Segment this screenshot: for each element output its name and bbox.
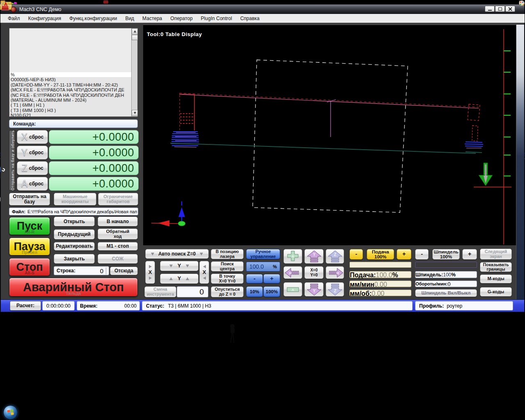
gcode-line: (DATE=DD-MM-YY - 27-11-13 TIME=HH:MM - 2… (9, 82, 137, 87)
down-arrow-icon (186, 265, 189, 267)
jog-100-percent-button[interactable]: 100% (263, 286, 280, 297)
a-plus-button[interactable]: A (283, 249, 302, 264)
a-zero-button[interactable]: Aсброс (17, 177, 48, 191)
svg-text:X: X (289, 271, 291, 275)
tool-number-display[interactable]: 0 (177, 286, 208, 297)
soft-limits-button[interactable]: Ограничение габаритов (98, 193, 138, 205)
m-codes-button[interactable]: М-коды (480, 274, 512, 283)
goto-base-button[interactable]: Отправить на базу (9, 193, 50, 205)
jog-y-down-button[interactable]: Y (160, 261, 199, 271)
a-minus-button[interactable]: A (283, 282, 302, 297)
y-plus-button[interactable]: Y (304, 249, 324, 264)
command-input[interactable]: Команда: (9, 119, 138, 128)
gcode-listing[interactable]: % O0000(Б-ЧЕР-Б НИЗ) (DATE=DD-MM-YY - 27… (9, 28, 138, 117)
x-dro-display[interactable]: +0.0000 (49, 130, 139, 144)
menu-item-func-config[interactable]: Функц.конфигурации (65, 16, 121, 21)
close-file-button[interactable]: Закрыть (54, 254, 95, 264)
lower-to-z-zero-button[interactable]: Опуститься до Z = 0 (211, 286, 244, 297)
gcode-line: N100 G21 (9, 113, 137, 117)
windows-flag-icon (7, 409, 14, 415)
feed-minus-button[interactable]: - (349, 249, 363, 260)
menu-item-operator[interactable]: Оператор (166, 16, 196, 21)
jog-percent-display[interactable]: 100.0 % (246, 262, 280, 272)
prev-line-button[interactable]: Предыдущий (54, 229, 95, 240)
ref-all-home-sidebar[interactable]: Отправить на базу и обнулить (9, 130, 16, 191)
x-plus-button[interactable]: X (326, 266, 344, 279)
jog-x-step-right-column[interactable]: X (199, 261, 209, 284)
gcode-line: (MCX FILE - E:\!!!!РАБОТА НА ЧПУ\ДОСКИ\П… (9, 87, 137, 92)
y-zero-button[interactable]: Yсброс (17, 146, 48, 160)
m1-stop-button[interactable]: М1 - стоп (98, 242, 138, 251)
start-button-orb[interactable] (3, 405, 18, 420)
menu-item-help[interactable]: Справка (236, 16, 264, 21)
scroll-up-icon[interactable] (132, 28, 138, 34)
elapsed-time-display: Время:00:00 (77, 301, 140, 310)
spindle-minus-button[interactable]: - (415, 249, 429, 260)
menu-item-plugin-control[interactable]: PlugIn Control (197, 16, 236, 21)
spindle-plus-button[interactable]: + (462, 249, 477, 260)
z-plus-button[interactable]: Z (326, 249, 344, 264)
maximize-button[interactable] (495, 6, 505, 12)
coolant-button[interactable]: СОЖ (98, 254, 138, 264)
feed-plus-button[interactable]: + (397, 249, 411, 260)
goto-xy-zero-button[interactable]: В точку X=0 Y=0 (211, 274, 244, 284)
scroll-down-icon[interactable] (132, 110, 138, 116)
feed-reset-button[interactable]: Подача 100% (367, 249, 394, 260)
status-field: Статус:Т3 | 6ММ 1000 | Н3 (142, 301, 413, 310)
pause-button[interactable]: Пауза Пробел (9, 237, 50, 256)
g-codes-button[interactable]: G-коды (480, 287, 512, 297)
jog-y-up-button[interactable]: Y (160, 274, 199, 284)
x-minus-button[interactable]: X (283, 266, 302, 279)
feed-mm-rev-field: мм/об:0.00 (349, 290, 411, 296)
calc-button[interactable]: Расчет: (10, 301, 41, 310)
left-arrow-icon (203, 265, 206, 268)
center-find-button[interactable]: Поиск центра (211, 261, 244, 272)
close-button[interactable] (505, 6, 515, 12)
xy-zero-button[interactable]: X=0 Y=0 (304, 266, 324, 279)
run-from-here-button[interactable]: Отсюда (110, 267, 138, 275)
axis-letter: Y (21, 148, 27, 158)
toolpath-display[interactable]: Tool:0 Table Display (143, 25, 516, 245)
menu-bar: Файл Конфигурация Функц.конфигурации Вид… (0, 14, 525, 23)
gcode-line: ( T1 | 6MM | H1 ) (9, 103, 137, 107)
svg-text:Z: Z (333, 289, 336, 293)
show-bounds-button[interactable]: Показывать границы (480, 262, 512, 272)
spindle-toggle-button[interactable]: Шпиндель Вкл/Выкл (415, 289, 477, 297)
line-number-field[interactable]: Строка: 0 (54, 266, 109, 275)
z-zero-button[interactable]: Zсброс (17, 161, 48, 175)
window-titlebar[interactable]: Mach3 CNC Демо (0, 4, 525, 14)
axis-letter: A (21, 179, 27, 189)
stop-button[interactable]: Стоп Alt-S (9, 258, 50, 276)
edit-gcode-button[interactable]: Редактировать (54, 242, 95, 251)
start-button[interactable]: Пуск Alt-R (9, 217, 50, 235)
estop-button[interactable]: Аварийный Стоп Тильда (9, 278, 138, 297)
y-minus-button[interactable]: Y (304, 282, 324, 297)
rewind-button[interactable]: В начало (98, 217, 138, 226)
follow-screen-button[interactable]: Следящий экран (480, 249, 512, 260)
machine-coords-button[interactable]: Машинные координаты (54, 193, 96, 205)
reverse-run-button[interactable]: Обратный ход (98, 228, 138, 240)
jog-plus-button[interactable]: + (263, 274, 280, 283)
menu-item-file[interactable]: Файл (4, 16, 24, 21)
gcode-line: (MATERIAL - ALUMINUM MM - 2024) (9, 98, 137, 103)
gcode-scrollbar[interactable] (131, 28, 137, 116)
tool-change-button[interactable]: Смена инструмента (144, 286, 176, 297)
minimize-button[interactable] (485, 6, 495, 12)
auto-zero-button[interactable]: Авто поиск Z=0 (145, 249, 209, 259)
x-zero-button[interactable]: Xсброс (17, 130, 48, 144)
jog-10-percent-button[interactable]: 10% (246, 286, 263, 297)
laser-position-button[interactable]: В позицию лазера (211, 249, 244, 259)
menu-item-view[interactable]: Вид (121, 16, 138, 21)
manual-mode-button[interactable]: Ручное управление (246, 249, 280, 259)
menu-item-wizards[interactable]: Мастера (138, 16, 166, 21)
z-minus-button[interactable]: Z (326, 282, 344, 297)
jog-x-step-left-column[interactable]: X (145, 261, 155, 284)
spindle-reset-button[interactable]: Шпиндель 100% (432, 249, 460, 260)
a-dro-display[interactable]: +0.0000 (49, 177, 139, 191)
z-dro-display[interactable]: +0.0000 (49, 161, 139, 175)
scroll-split-handle[interactable] (132, 35, 138, 40)
y-dro-display[interactable]: +0.0000 (49, 146, 139, 160)
jog-minus-button[interactable]: - (246, 274, 263, 283)
open-file-button[interactable]: Открыть (54, 217, 95, 226)
menu-item-config[interactable]: Конфигурация (24, 16, 66, 21)
